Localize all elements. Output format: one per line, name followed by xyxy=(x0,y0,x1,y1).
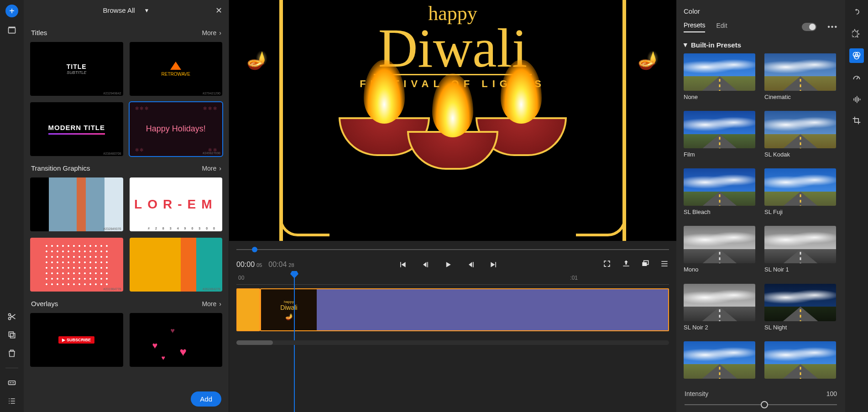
scissors-icon[interactable] xyxy=(6,311,17,322)
clip-diwali[interactable]: happy Diwali 🪔 xyxy=(260,288,669,331)
video-track[interactable]: happy Diwali 🪔 xyxy=(236,288,669,331)
chevron-right-icon: › xyxy=(219,300,221,308)
diyas xyxy=(350,117,555,156)
intensity-slider[interactable] xyxy=(685,400,837,409)
export-icon[interactable] xyxy=(622,259,631,270)
title-template-holidays[interactable]: ✻ ✻ ✻ ✻ ✻ ✻ Happy Holidays! ✻ ✻ ✻ ✻ #249… xyxy=(130,102,223,156)
preset-slkodak[interactable]: SL Kodak xyxy=(764,111,836,162)
more-menu-icon[interactable]: ••• xyxy=(827,23,838,31)
triangle-icon xyxy=(170,62,181,70)
menu-icon[interactable] xyxy=(660,259,669,270)
overlay-hearts[interactable]: ♥ ♥ ♥ ♥ xyxy=(130,313,223,367)
scrollbar-handle[interactable] xyxy=(236,340,273,345)
duplicate-icon[interactable] xyxy=(6,329,17,340)
timeline-ruler[interactable]: 00 :01 xyxy=(236,272,669,285)
transition-arrows[interactable]: #232849370 xyxy=(30,177,123,231)
svg-rect-7 xyxy=(10,382,11,383)
preset-cinematic[interactable]: Cinematic xyxy=(764,53,836,104)
add-footer: Add xyxy=(191,391,221,407)
browse-panel: Browse All ▼ ✕ Titles More› TITLE SUBTIT… xyxy=(24,0,229,412)
caption-icon[interactable] xyxy=(6,377,17,388)
heart-icon: ♥ xyxy=(180,345,187,359)
scrubber-handle[interactable] xyxy=(252,247,257,252)
preset-none[interactable]: None xyxy=(684,53,755,104)
add-media-button[interactable]: + xyxy=(5,5,18,17)
title-template-basic[interactable]: TITLE SUBTITLE #232949842 xyxy=(30,42,123,96)
fullscreen-icon[interactable] xyxy=(602,259,612,270)
panel-title: Color xyxy=(684,7,838,15)
browse-dropdown[interactable]: Browse All ▼ xyxy=(103,6,150,14)
undo-icon[interactable] xyxy=(851,6,862,17)
preview-scrubber[interactable] xyxy=(236,244,669,256)
video-preview[interactable]: 🪔 🪔 happy Diwali FESTIVAL OF LIGHTS xyxy=(229,0,676,241)
transition-lorem[interactable]: LOR-EM#283490300 xyxy=(130,177,223,231)
preset-slfuji[interactable]: SL Fuji xyxy=(764,168,836,219)
title-template-retrowave[interactable]: RETROWAVE #279421290 xyxy=(130,42,223,96)
transport-bar: 00:00 05 00:04 28 xyxy=(229,256,676,272)
chevron-down-icon: ▾ xyxy=(684,41,687,49)
preset-grid[interactable]: None Cinematic Film SL Kodak SL Bleach S… xyxy=(684,53,838,386)
transition-dots[interactable]: #231984778 xyxy=(30,238,123,292)
preset-extra1[interactable] xyxy=(684,341,755,383)
timeline-scrollbar[interactable] xyxy=(236,340,669,345)
more-transitions-link[interactable]: More› xyxy=(202,165,221,172)
preview-content: 🪔 🪔 happy Diwali FESTIVAL OF LIGHTS xyxy=(229,0,676,241)
intensity-label: Intensity xyxy=(685,390,708,397)
title-template-modern[interactable]: MODERN TITLE #238480708 xyxy=(30,102,123,156)
overlay-subscribe[interactable]: ▶ SUBSCRIBE xyxy=(30,313,123,367)
preset-slnoir2[interactable]: SL Noir 2 xyxy=(684,284,755,335)
svg-rect-1 xyxy=(9,27,16,28)
goto-start-button[interactable] xyxy=(397,259,408,270)
playhead[interactable] xyxy=(294,272,295,284)
center-area: 🪔 🪔 happy Diwali FESTIVAL OF LIGHTS 00:0… xyxy=(229,0,676,412)
svg-rect-6 xyxy=(9,381,16,385)
svg-rect-17 xyxy=(858,98,859,101)
section-titles: Titles More› TITLE SUBTITLE #232949842 R… xyxy=(30,25,222,156)
preset-slnoir1[interactable]: SL Noir 1 xyxy=(764,226,836,277)
browse-header: Browse All ▼ ✕ xyxy=(24,0,229,21)
preset-slnight[interactable]: SL Night xyxy=(764,284,836,335)
svg-rect-14 xyxy=(853,99,854,101)
play-button[interactable] xyxy=(443,259,454,270)
transition-colorbars[interactable]: #262494278 xyxy=(130,238,223,292)
slider-knob[interactable] xyxy=(761,401,768,408)
preset-mono[interactable]: Mono xyxy=(684,226,755,277)
audio-icon[interactable] xyxy=(851,94,862,105)
color-toggle[interactable] xyxy=(802,23,816,31)
effects-icon[interactable] xyxy=(851,27,862,38)
step-back-button[interactable] xyxy=(420,259,431,270)
goto-end-button[interactable] xyxy=(488,259,499,270)
right-tool-rail xyxy=(845,0,868,412)
clip-intro[interactable] xyxy=(236,288,260,331)
snapshot-icon[interactable] xyxy=(641,259,650,270)
more-overlays-link[interactable]: More› xyxy=(202,300,221,308)
timecode-current: 00:00 05 00:04 28 xyxy=(236,261,294,269)
color-icon[interactable] xyxy=(849,48,864,63)
builtin-presets-header[interactable]: ▾ Built-in Presets xyxy=(684,41,838,49)
speed-icon[interactable] xyxy=(851,73,862,84)
step-forward-button[interactable] xyxy=(465,259,476,270)
preset-extra2[interactable] xyxy=(764,341,836,383)
heart-icon: ♥ xyxy=(162,354,165,361)
svg-rect-4 xyxy=(9,332,13,336)
list-icon[interactable] xyxy=(6,396,17,407)
preset-film[interactable]: Film xyxy=(684,111,755,162)
left-tool-rail: + xyxy=(0,0,24,412)
trash-icon[interactable] xyxy=(6,348,17,359)
project-assets-icon[interactable] xyxy=(6,25,17,36)
intensity-value: 100 xyxy=(826,390,837,397)
tab-presets[interactable]: Presets xyxy=(684,21,705,32)
close-icon[interactable]: ✕ xyxy=(215,5,222,16)
crop-icon[interactable] xyxy=(851,115,862,126)
preset-slbleach[interactable]: SL Bleach xyxy=(684,168,755,219)
svg-rect-0 xyxy=(9,28,16,33)
clip-thumbnail: happy Diwali 🪔 xyxy=(261,289,317,330)
browse-scroll-area[interactable]: Titles More› TITLE SUBTITLE #232949842 R… xyxy=(24,21,229,412)
timeline: 00 :01 happy Diwali 🪔 xyxy=(229,272,676,412)
add-button[interactable]: Add xyxy=(191,391,221,407)
heart-icon: ♥ xyxy=(152,340,158,351)
svg-rect-5 xyxy=(10,334,15,338)
tab-edit[interactable]: Edit xyxy=(716,22,727,32)
more-titles-link[interactable]: More› xyxy=(202,29,221,37)
section-title: Titles xyxy=(31,29,47,37)
